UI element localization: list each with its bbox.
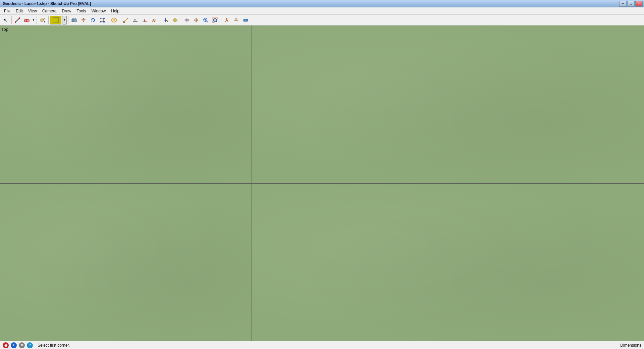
dimension-tool-button[interactable]: 81 xyxy=(131,16,140,24)
walk-tool-button[interactable] xyxy=(222,16,231,24)
pushpull-tool-button[interactable] xyxy=(70,16,78,24)
style-dropdown[interactable]: ▼ xyxy=(62,16,67,24)
status-bar: ◉ ℹ ⚙ ? Select first corner. Dimensions xyxy=(0,341,644,349)
svg-rect-3 xyxy=(24,19,29,22)
menu-help[interactable]: Help xyxy=(108,7,122,14)
svg-rect-16 xyxy=(100,18,101,19)
svg-point-14 xyxy=(93,19,94,20)
viewport-bottom-right[interactable] xyxy=(252,183,644,341)
svg-point-55 xyxy=(235,18,237,19)
svg-point-54 xyxy=(226,18,227,19)
text-tool-button[interactable]: A xyxy=(150,16,158,24)
select-tool-button[interactable]: ↖ xyxy=(1,16,10,24)
title-bar: Geodesic - Laser-1.skp - SketchUp Pro [E… xyxy=(0,0,644,7)
viewport-bottom-left[interactable] xyxy=(0,183,252,341)
viewport-top-right[interactable] xyxy=(252,25,644,183)
toolbar-sep-3 xyxy=(48,16,49,24)
quad-container: Top xyxy=(0,25,644,341)
protractor-tool-button[interactable] xyxy=(140,16,149,24)
menu-edit[interactable]: Edit xyxy=(13,7,25,14)
toolbar-sep-1 xyxy=(11,16,12,24)
menu-view[interactable]: View xyxy=(25,7,40,14)
settings-icon[interactable]: ⚙ xyxy=(19,342,25,348)
svg-marker-42 xyxy=(194,18,199,22)
line-tool-button[interactable] xyxy=(13,16,22,24)
toolbar-sep-5 xyxy=(108,16,108,24)
menu-window[interactable]: Window xyxy=(89,7,109,14)
move-tool-button[interactable] xyxy=(79,16,88,24)
status-message: Select first corner. xyxy=(38,343,70,348)
toolbar-sep-9 xyxy=(221,16,221,24)
svg-point-1 xyxy=(15,21,16,23)
viewport-label-top: Top xyxy=(1,27,8,32)
zoom-tool-button[interactable] xyxy=(201,16,210,24)
menu-tools[interactable]: Tools xyxy=(74,7,89,14)
svg-rect-12 xyxy=(74,19,76,22)
scale-tool-button[interactable] xyxy=(98,16,107,24)
red-axis-line xyxy=(252,104,644,104)
svg-point-2 xyxy=(19,17,20,19)
eraser-tool-button[interactable] xyxy=(22,16,31,24)
svg-point-7 xyxy=(44,21,45,22)
svg-line-48 xyxy=(216,21,217,22)
rotate-tool-button[interactable] xyxy=(89,16,97,24)
toolbar-sep-7 xyxy=(160,16,160,24)
horizontal-divider[interactable] xyxy=(0,183,644,184)
status-right: Dimensions xyxy=(620,343,641,348)
window-title: Geodesic - Laser-1.skp - SketchUp Pro [E… xyxy=(1,1,91,6)
svg-rect-19 xyxy=(103,21,105,22)
toolbar: ↖ ▼ ▼ xyxy=(0,15,644,25)
orbit-tool-button[interactable] xyxy=(182,16,191,24)
svg-point-58 xyxy=(245,19,246,21)
viewport-area: Top xyxy=(0,25,644,341)
svg-marker-21 xyxy=(113,19,115,21)
tapemeasure-tool-button[interactable] xyxy=(121,16,130,24)
axes-tool-button[interactable] xyxy=(161,16,170,24)
menu-bar: File Edit View Camera Draw Tools Window … xyxy=(0,7,644,15)
toolbar-sep-2 xyxy=(37,16,37,24)
window-controls: ─ □ ✕ xyxy=(619,1,643,7)
svg-line-44 xyxy=(207,21,208,22)
svg-text:A: A xyxy=(152,18,155,23)
position-camera-button[interactable] xyxy=(241,16,250,24)
status-left: ◉ ℹ ⚙ ? Select first corner. xyxy=(3,342,70,348)
style-face-button[interactable] xyxy=(50,16,61,24)
viewport-top-left[interactable]: Top xyxy=(0,25,252,183)
component-tool-button[interactable] xyxy=(110,16,118,24)
svg-rect-11 xyxy=(72,19,74,22)
close-button[interactable]: ✕ xyxy=(635,1,643,7)
toolbar-sep-6 xyxy=(120,16,120,24)
pan-tool-button[interactable] xyxy=(192,16,201,24)
lookaround-tool-button[interactable] xyxy=(232,16,240,24)
svg-marker-13 xyxy=(91,20,92,22)
svg-rect-18 xyxy=(100,21,101,22)
eraser-dropdown[interactable]: ▼ xyxy=(32,16,35,24)
toolbar-sep-8 xyxy=(181,16,181,24)
minimize-button[interactable]: ─ xyxy=(619,1,627,7)
svg-text:81: 81 xyxy=(134,19,137,21)
dimensions-label: Dimensions xyxy=(620,343,641,348)
paint-tool-button[interactable] xyxy=(38,16,47,24)
menu-camera[interactable]: Camera xyxy=(40,7,59,14)
menu-draw[interactable]: Draw xyxy=(59,7,74,14)
section-tool-button[interactable] xyxy=(171,16,179,24)
info-icon[interactable]: ℹ xyxy=(11,342,17,348)
svg-point-23 xyxy=(127,18,128,19)
svg-rect-17 xyxy=(103,18,105,19)
zoom-extents-button[interactable] xyxy=(211,16,219,24)
toolbar-sep-4 xyxy=(68,16,68,24)
help-icon[interactable]: ? xyxy=(27,342,33,348)
geo-icon[interactable]: ◉ xyxy=(3,342,9,348)
maximize-button[interactable]: □ xyxy=(627,1,635,7)
svg-line-0 xyxy=(15,18,19,22)
menu-file[interactable]: File xyxy=(1,7,13,14)
svg-rect-15 xyxy=(101,19,104,21)
svg-marker-57 xyxy=(247,19,248,21)
